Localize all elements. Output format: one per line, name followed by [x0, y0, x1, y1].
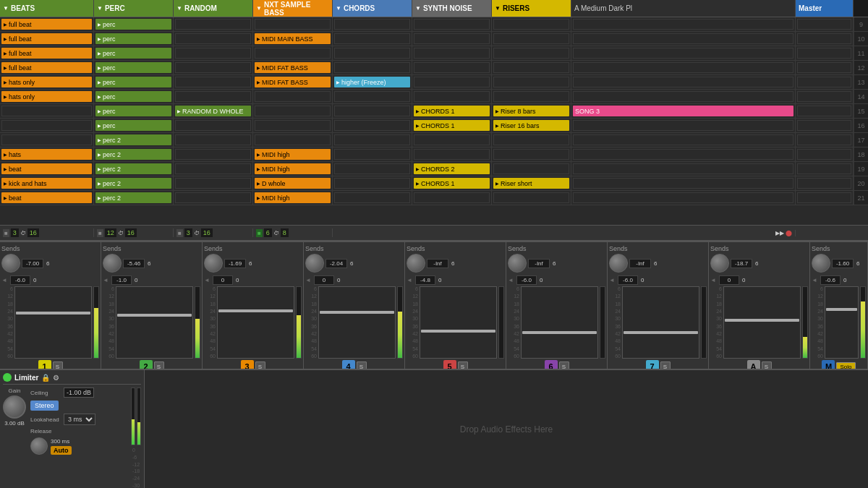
empty-slot[interactable]	[334, 149, 410, 160]
master-left-arrow[interactable]: ◄	[812, 277, 819, 283]
empty-slot[interactable]	[797, 120, 851, 131]
perc-header[interactable]: ▼ PERC	[94, 0, 174, 17]
random-stop-icon[interactable]: ■	[176, 229, 183, 237]
clip-inner[interactable]: ▶beat	[1, 192, 92, 203]
empty-slot[interactable]	[175, 192, 251, 203]
random-collapse[interactable]: ▼	[176, 5, 182, 12]
clip-inner[interactable]: ▶MIDI FAT BASS	[255, 77, 331, 87]
empty-slot[interactable]	[573, 178, 793, 189]
medium-fader[interactable]	[723, 286, 801, 359]
clip-inner[interactable]: ▶higher (Freeze)	[334, 77, 410, 87]
clip-inner[interactable]: ▶Riser short	[493, 178, 569, 189]
master-fader[interactable]	[825, 286, 859, 359]
synth-s-btn[interactable]: S	[559, 361, 569, 369]
empty-slot[interactable]	[573, 163, 793, 174]
clip-inner[interactable]: ▶Riser 8 bars	[493, 106, 569, 116]
clip-inner[interactable]: ▶perc 2	[95, 163, 171, 174]
beats-left-arrow[interactable]: ◄	[1, 277, 9, 283]
chords-num-badge[interactable]: 5	[443, 360, 456, 369]
empty-slot[interactable]	[493, 91, 569, 102]
release-knob[interactable]	[30, 437, 48, 455]
empty-slot[interactable]	[797, 19, 851, 30]
risers-left-arrow[interactable]: ◄	[609, 277, 616, 283]
perc-fader[interactable]	[116, 286, 193, 359]
empty-slot[interactable]	[797, 163, 851, 174]
empty-slot[interactable]	[414, 62, 490, 73]
clip-inner[interactable]: ▶perc 2	[95, 149, 171, 160]
empty-slot[interactable]	[175, 77, 251, 87]
clip-inner[interactable]: ▶hats only	[1, 91, 92, 102]
device-settings-icon[interactable]: ⚙	[53, 374, 59, 382]
random-num-badge[interactable]: 3	[241, 360, 254, 369]
empty-slot[interactable]	[334, 178, 410, 189]
empty-slot[interactable]	[414, 77, 490, 87]
clip-inner[interactable]: ▶kick and hats	[1, 178, 92, 189]
empty-slot[interactable]	[1, 134, 92, 145]
clip-inner[interactable]: ▶perc 2	[95, 134, 171, 145]
empty-slot[interactable]	[255, 134, 331, 145]
empty-slot[interactable]	[255, 19, 331, 30]
empty-slot[interactable]	[573, 19, 793, 30]
empty-slot[interactable]	[255, 120, 331, 131]
empty-slot[interactable]	[1, 120, 92, 131]
auto-btn[interactable]: Auto	[51, 446, 72, 455]
empty-slot[interactable]	[797, 178, 851, 189]
beats-knob[interactable]	[1, 254, 20, 273]
nxt-s-btn[interactable]: S	[357, 361, 367, 369]
device-power-btn[interactable]	[3, 373, 12, 382]
empty-slot[interactable]	[493, 19, 569, 30]
empty-slot[interactable]	[414, 48, 490, 59]
perc-collapse[interactable]: ▼	[97, 5, 103, 12]
clip-inner[interactable]: ▶perc	[95, 33, 171, 44]
random-left-arrow[interactable]: ◄	[204, 277, 211, 283]
chords-left-arrow[interactable]: ◄	[407, 277, 414, 283]
empty-slot[interactable]	[175, 163, 251, 174]
empty-slot[interactable]	[255, 91, 331, 102]
empty-slot[interactable]	[334, 192, 410, 203]
clip-inner[interactable]: ▶MIDI high	[255, 149, 331, 160]
master-knob[interactable]	[812, 254, 830, 273]
beats-header[interactable]: ▼ BEATS	[0, 0, 94, 17]
empty-slot[interactable]	[573, 134, 793, 145]
perc-num-badge[interactable]: 2	[140, 360, 153, 369]
perc-s-btn[interactable]: S	[154, 361, 164, 369]
synth-knob[interactable]	[508, 254, 527, 273]
chords-fader[interactable]	[420, 286, 497, 359]
empty-slot[interactable]	[334, 163, 410, 174]
clip-inner[interactable]: ▶MIDI high	[255, 192, 331, 203]
risers-fader[interactable]	[622, 286, 699, 359]
clip-inner[interactable]: ▶MIDI FAT BASS	[255, 62, 331, 73]
clip-inner[interactable]: ▶full beat	[1, 62, 92, 73]
beats-collapse[interactable]: ▼	[3, 5, 9, 12]
synth-num-badge[interactable]: 6	[545, 360, 558, 369]
empty-slot[interactable]	[493, 77, 569, 87]
clip-inner[interactable]: ▶full beat	[1, 48, 92, 59]
empty-slot[interactable]	[573, 33, 793, 44]
empty-slot[interactable]	[414, 91, 490, 102]
mode-btn[interactable]: Stereo	[30, 401, 59, 411]
medium-num-badge[interactable]: A	[747, 360, 760, 369]
chords-knob[interactable]	[407, 254, 425, 273]
empty-slot[interactable]	[414, 192, 490, 203]
empty-slot[interactable]	[573, 120, 793, 131]
empty-slot[interactable]	[175, 178, 251, 189]
risers-num-badge[interactable]: 7	[646, 360, 659, 369]
clip-inner[interactable]: ▶perc	[95, 120, 171, 131]
empty-slot[interactable]	[797, 48, 851, 59]
clip-inner[interactable]: ▶beat	[1, 163, 92, 174]
clip-inner[interactable]: ▶perc	[95, 77, 171, 87]
clip-inner[interactable]: ▶CHORDS 1	[414, 120, 490, 131]
clip-inner[interactable]: ▶hats only	[1, 77, 92, 87]
empty-slot[interactable]	[334, 91, 410, 102]
master-s-btn[interactable]: Solo	[836, 362, 855, 369]
synth-left-arrow[interactable]: ◄	[508, 277, 515, 283]
synth-collapse[interactable]: ▼	[415, 5, 421, 12]
empty-slot[interactable]	[175, 19, 251, 30]
empty-slot[interactable]	[334, 120, 410, 131]
empty-slot[interactable]	[334, 48, 410, 59]
empty-slot[interactable]	[573, 77, 793, 87]
chords-s-btn[interactable]: S	[458, 361, 468, 369]
risers-knob[interactable]	[609, 254, 628, 273]
empty-slot[interactable]	[493, 33, 569, 44]
clip-inner[interactable]: ▶MIDI high	[255, 163, 331, 174]
